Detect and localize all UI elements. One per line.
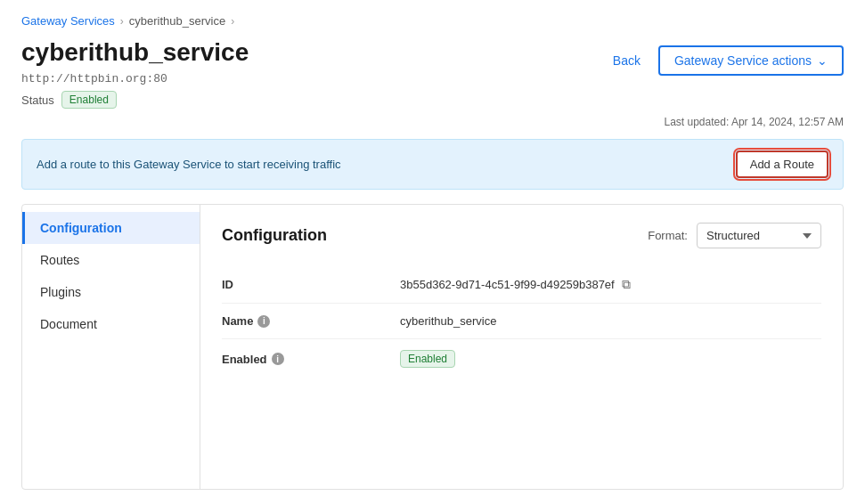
breadcrumb-chevron-icon-2: › xyxy=(231,15,234,28)
config-key-name: Name i xyxy=(222,314,400,328)
route-banner: Add a route to this Gateway Service to s… xyxy=(21,139,844,190)
gateway-actions-label: Gateway Service actions xyxy=(674,53,812,68)
add-route-button[interactable]: Add a Route xyxy=(736,150,828,178)
content-area: Configuration Routes Plugins Document Co… xyxy=(21,204,844,490)
field-label-name: Name xyxy=(222,314,253,328)
gateway-actions-button[interactable]: Gateway Service actions ⌄ xyxy=(658,45,844,76)
service-url: http://httpbin.org:80 xyxy=(21,72,604,85)
sidebar-item-routes[interactable]: Routes xyxy=(22,244,200,276)
config-row-name: Name i cyberithub_service xyxy=(222,304,821,339)
main-panel: Configuration Format: Structured JSON YA… xyxy=(200,205,843,489)
config-row-id: ID 3b55d362-9d71-4c51-9f99-d49259b387ef … xyxy=(222,266,821,304)
field-label-enabled: Enabled xyxy=(222,353,267,366)
sidebar-item-document[interactable]: Document xyxy=(22,308,200,340)
back-button[interactable]: Back xyxy=(604,48,649,73)
info-icon-name[interactable]: i xyxy=(257,315,270,328)
last-updated-text: Last updated: Apr 14, 2024, 12:57 AM xyxy=(665,116,845,128)
last-updated-row: Last updated: Apr 14, 2024, 12:57 AM xyxy=(0,116,865,132)
banner-message: Add a route to this Gateway Service to s… xyxy=(37,158,341,171)
status-badge: Enabled xyxy=(61,91,117,109)
config-fields: ID 3b55d362-9d71-4c51-9f99-d49259b387ef … xyxy=(222,266,821,378)
sidebar-item-plugins[interactable]: Plugins xyxy=(22,276,200,308)
header-right: Back Gateway Service actions ⌄ xyxy=(604,38,844,76)
info-icon-enabled[interactable]: i xyxy=(272,353,284,365)
config-key-id: ID xyxy=(222,278,400,291)
page-title: cyberithub_service xyxy=(21,38,604,67)
field-value-id: 3b55d362-9d71-4c51-9f99-d49259b387ef xyxy=(400,278,615,291)
breadcrumb: Gateway Services › cyberithub_service › xyxy=(0,0,865,35)
config-key-enabled: Enabled i xyxy=(222,353,400,366)
config-value-id: 3b55d362-9d71-4c51-9f99-d49259b387ef ⧉ xyxy=(400,277,821,292)
sidebar-nav: Configuration Routes Plugins Document xyxy=(22,205,200,489)
field-label-id: ID xyxy=(222,278,233,291)
panel-header: Configuration Format: Structured JSON YA… xyxy=(222,223,821,248)
chevron-down-icon: ⌄ xyxy=(817,53,828,68)
breadcrumb-current: cyberithub_service xyxy=(129,14,225,28)
breadcrumb-parent-link[interactable]: Gateway Services xyxy=(21,14,115,28)
copy-icon-id[interactable]: ⧉ xyxy=(622,277,631,292)
header-left: cyberithub_service http://httpbin.org:80… xyxy=(21,38,604,109)
status-label: Status xyxy=(21,93,54,107)
enabled-badge: Enabled xyxy=(400,350,455,368)
config-value-name: cyberithub_service xyxy=(400,314,821,328)
page-wrapper: Gateway Services › cyberithub_service › … xyxy=(0,0,865,504)
status-row: Status Enabled xyxy=(21,91,604,109)
header: cyberithub_service http://httpbin.org:80… xyxy=(0,35,865,116)
panel-title: Configuration xyxy=(222,226,327,245)
format-row: Format: Structured JSON YAML xyxy=(648,223,821,248)
format-select[interactable]: Structured JSON YAML xyxy=(697,223,821,248)
field-value-name: cyberithub_service xyxy=(400,314,496,328)
breadcrumb-chevron-icon: › xyxy=(120,15,124,28)
config-value-enabled: Enabled xyxy=(400,350,821,368)
config-row-enabled: Enabled i Enabled xyxy=(222,339,821,378)
format-label: Format: xyxy=(648,229,688,242)
sidebar-item-configuration[interactable]: Configuration xyxy=(22,212,200,244)
